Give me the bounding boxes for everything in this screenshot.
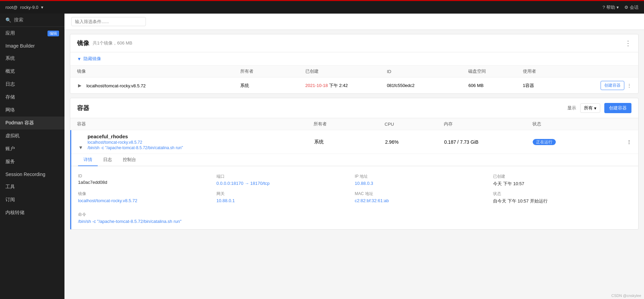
image-id: 081fc550edc2 xyxy=(387,83,468,88)
sidebar: 🔍 搜索 应用 编辑 Image Builder 系统 概览 日志 存储 网络 … xyxy=(0,14,64,299)
col-header-container: 容器 xyxy=(77,121,314,127)
detail-image: 镜像 localhost/tomcat-rocky.v8.5.72 xyxy=(78,189,216,206)
main-content: 镜像 共1个镜像，606 MB ⋮ ▼ 隐藏镜像 镜像 所有者 已创建 ID 磁… xyxy=(64,14,644,299)
sidebar-item-services[interactable]: 服务 xyxy=(0,155,64,168)
container-more[interactable]: ⋮ xyxy=(621,139,631,145)
display-select[interactable]: 所有 ▾ xyxy=(580,103,600,113)
sidebar-item-label: 网络 xyxy=(5,107,15,113)
tab-details[interactable]: 详情 xyxy=(78,154,98,166)
sidebar-item-apps[interactable]: 应用 编辑 xyxy=(0,27,64,40)
topbar-user: root@ rocky-9.0 ▾ xyxy=(5,5,43,10)
container-command: 命令 /bin/sh -c "/apache-tomcat-8.5.72/bin… xyxy=(71,212,638,229)
create-container-button[interactable]: 创建容器 xyxy=(604,103,631,113)
image-disk: 606 MB xyxy=(468,83,523,88)
container-detail-tabs: 详情 日志 控制台 xyxy=(71,154,638,166)
sidebar-item-label: 系统 xyxy=(5,55,15,61)
sidebar-item-system[interactable]: 系统 xyxy=(0,52,64,65)
sidebar-item-tools[interactable]: 工具 xyxy=(0,180,64,193)
search-icon: 🔍 xyxy=(5,17,11,23)
sidebar-item-session-recording[interactable]: Session Recording xyxy=(0,168,64,180)
sidebar-item-label: 订阅 xyxy=(5,197,15,203)
chevron-down-icon: ▼ xyxy=(77,56,81,61)
toggle-hidden-images[interactable]: ▼ 隐藏镜像 xyxy=(70,52,638,66)
detail-ip: IP 地址 10.88.0.3 xyxy=(355,172,493,189)
watermark: CSDN @cnskylee xyxy=(611,294,641,298)
image-row: ▶ localhost/tomcat-rocky.v8.5.72 系统 2021… xyxy=(70,77,638,93)
images-section: 镜像 共1个镜像，606 MB ⋮ ▼ 隐藏镜像 镜像 所有者 已创建 ID 磁… xyxy=(70,34,639,94)
sidebar-item-label: 应用 xyxy=(5,30,15,36)
images-table-header: 镜像 所有者 已创建 ID 磁盘空间 使用者 xyxy=(70,66,638,77)
col-header-disk: 磁盘空间 xyxy=(468,68,523,74)
detail-state: 状态 自今天 下午 10:57 开始运行 xyxy=(493,189,631,206)
sidebar-item-accounts[interactable]: 账户 xyxy=(0,142,64,155)
settings-button[interactable]: ⚙ 会话 xyxy=(624,4,639,11)
sidebar-item-logs[interactable]: 日志 xyxy=(0,78,64,91)
container-detail-grid: ID 1a0ac7edd08d 端口 0.0.0.0:18170 → 18170… xyxy=(71,166,638,212)
containers-section-header: 容器 显示 所有 ▾ 创建容器 xyxy=(70,98,638,118)
topbar: root@ rocky-9.0 ▾ ? 帮助 ▾ ⚙ 会话 xyxy=(0,0,644,14)
col-header-created: 已创建 xyxy=(305,68,387,74)
image-created: 2021-10-18 下午 2:42 xyxy=(305,83,387,89)
sidebar-item-subscription[interactable]: 订阅 xyxy=(0,193,64,206)
expand-image-icon[interactable]: ▶ xyxy=(77,83,82,88)
container-row: ▼ peaceful_rhodes localhost/tomcat-rocky… xyxy=(70,130,638,229)
sidebar-item-label: 内核转储 xyxy=(5,210,24,216)
select-chevron-icon: ▾ xyxy=(594,106,596,111)
topbar-actions: ? 帮助 ▾ ⚙ 会话 xyxy=(603,4,639,11)
containers-section: 容器 显示 所有 ▾ 创建容器 容器 所有者 CPU 内存 状态 xyxy=(70,98,639,230)
tab-console[interactable]: 控制台 xyxy=(117,154,141,166)
images-section-header: 镜像 共1个镜像，606 MB ⋮ xyxy=(70,34,638,52)
sidebar-item-network[interactable]: 网络 xyxy=(0,104,64,117)
image-more-icon[interactable]: ⋮ xyxy=(627,83,631,88)
sidebar-item-label: 日志 xyxy=(5,81,15,87)
help-chevron-icon: ▾ xyxy=(617,5,619,10)
detail-gateway: 网关 10.88.0.1 xyxy=(216,189,355,206)
username: root@ xyxy=(5,5,18,10)
sidebar-item-label: 概览 xyxy=(5,68,15,74)
help-button[interactable]: ? 帮助 ▾ xyxy=(603,4,619,11)
filter-input[interactable] xyxy=(71,17,146,26)
help-icon: ? xyxy=(603,5,605,10)
sidebar-item-podman[interactable]: Podman 容器 xyxy=(0,117,64,129)
container-cpu: 2.96% xyxy=(385,139,444,145)
sidebar-search[interactable]: 🔍 搜索 xyxy=(0,14,64,27)
col-header-cpu: CPU xyxy=(385,122,444,127)
containers-table-header: 容器 所有者 CPU 内存 状态 xyxy=(70,118,638,130)
expand-container-icon[interactable]: ▼ xyxy=(78,145,83,150)
sidebar-item-label: Podman 容器 xyxy=(5,120,34,126)
detail-port: 端口 0.0.0.0:18170 → 18170/tcp xyxy=(216,172,355,189)
create-container-from-image-button[interactable]: 创建容器 xyxy=(601,81,624,90)
sidebar-item-label: 账户 xyxy=(5,146,15,152)
images-title: 镜像 共1个镜像，606 MB xyxy=(77,39,132,47)
sidebar-item-label: 工具 xyxy=(5,184,15,190)
container-status: 正在运行 xyxy=(533,139,621,145)
topbar-chevron[interactable]: ▾ xyxy=(41,5,43,10)
sidebar-item-vms[interactable]: 虚拟机 xyxy=(0,129,64,142)
col-header-owner: 所有者 xyxy=(240,68,305,74)
sidebar-item-label: 虚拟机 xyxy=(5,133,20,139)
sidebar-item-kdump[interactable]: 内核转储 xyxy=(0,206,64,219)
sidebar-item-storage[interactable]: 存储 xyxy=(0,91,64,104)
detail-mac: MAC 地址 c2:82:bf:32:61:ab xyxy=(355,189,493,206)
sidebar-item-image-builder[interactable]: Image Builder xyxy=(0,40,64,52)
apps-badge: 编辑 xyxy=(48,31,59,36)
col-header-owner: 所有者 xyxy=(314,121,384,127)
sidebar-item-overview[interactable]: 概览 xyxy=(0,65,64,78)
detail-id: ID 1a0ac7edd08d xyxy=(78,172,216,189)
col-header-status: 状态 xyxy=(532,121,621,127)
sidebar-item-label: Session Recording xyxy=(5,172,45,177)
image-owner: 系统 xyxy=(240,83,305,89)
image-actions: 创建容器 ⋮ xyxy=(577,81,631,90)
sidebar-item-label: 存储 xyxy=(5,94,15,100)
col-header-id: ID xyxy=(387,69,468,74)
tab-logs[interactable]: 日志 xyxy=(98,154,117,166)
hostname: rocky-9.0 xyxy=(20,5,38,10)
gear-icon: ⚙ xyxy=(624,5,628,10)
filter-bar xyxy=(64,14,644,30)
col-header-users: 使用者 xyxy=(523,68,577,74)
images-more-icon[interactable]: ⋮ xyxy=(625,40,631,47)
image-users: 1容器 xyxy=(523,83,577,89)
containers-controls: 显示 所有 ▾ 创建容器 xyxy=(567,103,631,113)
container-owner: 系统 xyxy=(314,139,385,145)
container-memory: 0.187 / 7.73 GiB xyxy=(444,139,533,145)
